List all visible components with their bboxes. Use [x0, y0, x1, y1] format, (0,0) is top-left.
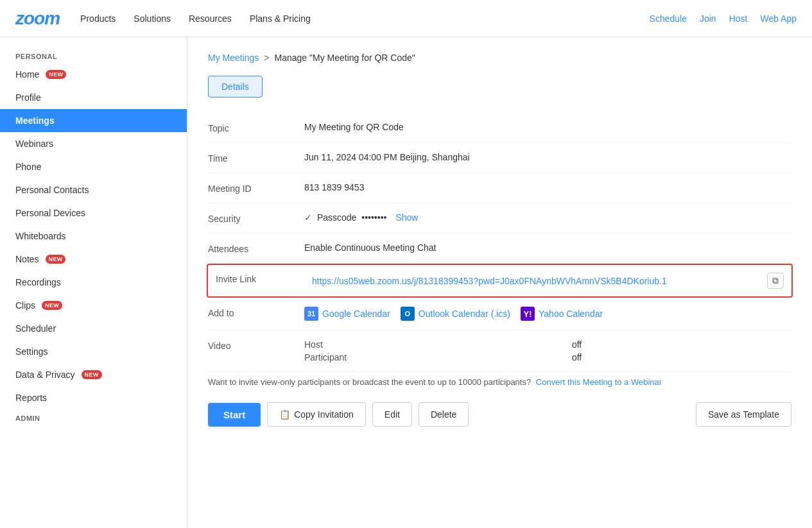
video-label: Video	[208, 339, 304, 351]
sidebar-item-recordings[interactable]: Recordings	[0, 271, 187, 294]
detail-row-meeting-id: Meeting ID 813 1839 9453	[208, 173, 791, 203]
check-icon: ✓	[304, 212, 312, 223]
sidebar-item-settings[interactable]: Settings	[0, 340, 187, 363]
personal-devices-label: Personal Devices	[15, 208, 85, 218]
detail-row-security: Security ✓ Passcode •••••••• Show	[208, 203, 791, 234]
sidebar-item-whiteboards[interactable]: Whiteboards	[0, 225, 187, 248]
edit-button[interactable]: Edit	[372, 402, 412, 427]
breadcrumb-separator: >	[264, 53, 269, 63]
copy-invitation-button[interactable]: 📋 Copy Invitation	[267, 402, 366, 427]
detail-row-invite-link: Invite Link https://us05web.zoom.us/j/81…	[207, 264, 793, 298]
start-button[interactable]: Start	[208, 403, 261, 427]
webinars-label: Webinars	[15, 139, 53, 149]
detail-row-topic: Topic My Meeting for QR Code	[208, 113, 791, 143]
sidebar-item-phone[interactable]: Phone	[0, 155, 187, 178]
attendees-label: Attendees	[208, 243, 304, 254]
outlook-calendar-link[interactable]: O Outlook Calendar (.ics)	[401, 307, 510, 321]
sidebar-item-clips[interactable]: Clips NEW	[0, 294, 187, 317]
profile-label: Profile	[15, 92, 41, 103]
delete-button[interactable]: Delete	[419, 402, 469, 427]
yahoo-calendar-icon: Y!	[521, 307, 535, 321]
meeting-id-label: Meeting ID	[208, 182, 304, 194]
copy-invitation-label: Copy Invitation	[294, 409, 354, 420]
detail-row-time: Time Jun 11, 2024 04:00 PM Beijing, Shan…	[208, 143, 791, 173]
yahoo-calendar-label: Yahoo Calendar	[539, 309, 603, 319]
nav-solutions[interactable]: Solutions	[134, 13, 171, 24]
security-value: ✓ Passcode •••••••• Show	[304, 212, 791, 223]
schedule-button[interactable]: Schedule	[650, 13, 687, 24]
passcode-dots: ••••••••	[361, 212, 386, 223]
breadcrumb-parent[interactable]: My Meetings	[208, 53, 259, 63]
attendees-value: Enable Continuous Meeting Chat	[304, 243, 791, 253]
google-calendar-label: Google Calendar	[322, 309, 390, 319]
outlook-calendar-icon: O	[401, 307, 415, 321]
main-nav: Products Solutions Resources Plans & Pri…	[80, 13, 649, 24]
header-right: Schedule Join Host Web App	[650, 13, 797, 24]
breadcrumb: My Meetings > Manage "My Meeting for QR …	[208, 53, 791, 63]
whiteboards-label: Whiteboards	[15, 231, 66, 241]
data-privacy-new-badge: NEW	[82, 370, 102, 379]
detail-row-attendees: Attendees Enable Continuous Meeting Chat	[208, 234, 791, 264]
web-app-button[interactable]: Web App	[760, 13, 797, 24]
host-button[interactable]: Host	[729, 13, 748, 24]
yahoo-calendar-link[interactable]: Y! Yahoo Calendar	[521, 307, 603, 321]
sidebar-item-personal-devices[interactable]: Personal Devices	[0, 201, 187, 225]
meeting-id-value: 813 1839 9453	[304, 182, 791, 192]
page-layout: PERSONAL Home NEW Profile Meetings Webin…	[0, 37, 812, 528]
zoom-logo[interactable]: zoom	[15, 8, 60, 29]
clips-label: Clips	[15, 300, 35, 311]
admin-section-label: ADMIN	[0, 409, 187, 425]
show-passcode-link[interactable]: Show	[395, 212, 418, 223]
host-video-value: off	[572, 339, 791, 350]
copy-icon: ⧉	[772, 275, 779, 286]
action-bar: Start 📋 Copy Invitation Edit Delete Save…	[208, 402, 791, 427]
sidebar-item-home[interactable]: Home NEW	[0, 63, 187, 86]
invite-link-url[interactable]: https://us05web.zoom.us/j/81318399453?pw…	[312, 276, 762, 286]
sidebar-item-data-privacy[interactable]: Data & Privacy NEW	[0, 363, 187, 386]
time-value: Jun 11, 2024 04:00 PM Beijing, Shanghai	[304, 152, 791, 162]
google-calendar-link[interactable]: 31 Google Calendar	[304, 307, 390, 321]
participant-video-label: Participant	[304, 352, 557, 362]
clipboard-icon: 📋	[279, 409, 290, 420]
sidebar-item-scheduler[interactable]: Scheduler	[0, 317, 187, 340]
nav-products[interactable]: Products	[80, 13, 116, 24]
sidebar-item-reports[interactable]: Reports	[0, 386, 187, 409]
notes-new-badge: NEW	[46, 255, 66, 264]
copy-link-button[interactable]: ⧉	[767, 273, 784, 289]
tab-details[interactable]: Details	[208, 76, 263, 98]
header: zoom Products Solutions Resources Plans …	[0, 0, 812, 37]
calendar-links: 31 Google Calendar O Outlook Calendar (.…	[304, 307, 791, 321]
nav-resources[interactable]: Resources	[189, 13, 232, 24]
invite-link-container: https://us05web.zoom.us/j/81318399453?pw…	[312, 273, 784, 289]
convert-to-webinar-link[interactable]: Convert this Meeting to a Webinar	[536, 377, 662, 387]
topic-value: My Meeting for QR Code	[304, 122, 791, 132]
home-new-badge: NEW	[46, 70, 66, 79]
notes-label: Notes	[15, 254, 39, 264]
sidebar-item-webinars[interactable]: Webinars	[0, 132, 187, 155]
sidebar-item-personal-contacts[interactable]: Personal Contacts	[0, 178, 187, 201]
passcode-label: Passcode	[317, 212, 356, 223]
outlook-calendar-label: Outlook Calendar (.ics)	[419, 309, 510, 319]
sidebar-item-meetings[interactable]: Meetings	[0, 109, 187, 132]
sidebar-item-notes[interactable]: Notes NEW	[0, 248, 187, 271]
breadcrumb-current: Manage "My Meeting for QR Code"	[275, 53, 415, 63]
participant-video-value: off	[572, 352, 791, 362]
sidebar: PERSONAL Home NEW Profile Meetings Webin…	[0, 37, 187, 528]
clips-new-badge: NEW	[42, 301, 62, 310]
sidebar-item-profile[interactable]: Profile	[0, 86, 187, 109]
scheduler-label: Scheduler	[15, 323, 56, 334]
main-content: My Meetings > Manage "My Meeting for QR …	[187, 37, 812, 528]
phone-label: Phone	[15, 162, 41, 172]
join-button[interactable]: Join	[700, 13, 716, 24]
save-as-template-button[interactable]: Save as Template	[696, 402, 791, 427]
detail-row-video: Video Host off Participant off	[208, 330, 791, 372]
invite-link-label: Invite Link	[216, 273, 312, 284]
google-calendar-icon: 31	[304, 307, 318, 321]
video-value: Host off Participant off	[304, 339, 791, 362]
nav-plans-pricing[interactable]: Plans & Pricing	[250, 13, 311, 24]
personal-section-label: PERSONAL	[0, 47, 187, 63]
data-privacy-label: Data & Privacy	[15, 370, 75, 380]
video-grid: Host off Participant off	[304, 339, 791, 362]
time-label: Time	[208, 152, 304, 164]
host-video-label: Host	[304, 339, 557, 350]
